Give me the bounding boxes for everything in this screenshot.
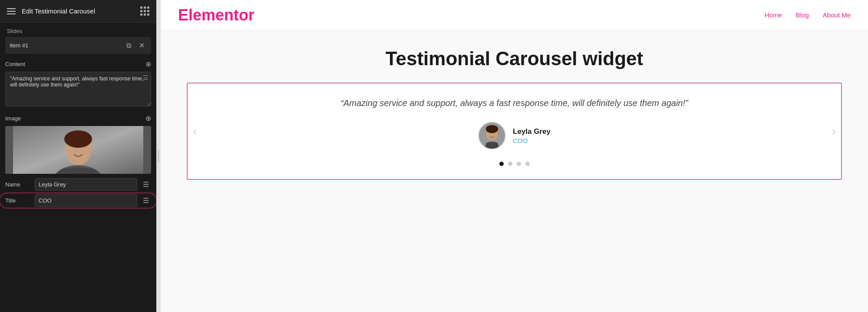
- carousel-prev-button[interactable]: ‹: [189, 123, 200, 140]
- testimonial-author: Leyla Grey COO: [196, 122, 832, 149]
- textarea-wrapper: ☰: [5, 72, 151, 108]
- site-logo: Elementor: [178, 6, 254, 24]
- author-title: COO: [513, 137, 551, 144]
- avatar-svg: [479, 123, 505, 149]
- remove-button[interactable]: ✕: [137, 40, 147, 50]
- carousel-dot-2[interactable]: [508, 162, 512, 166]
- left-panel: Edit Testimonial Carousel Slides Item #1…: [0, 0, 156, 312]
- slide-item-row[interactable]: Item #1 ⧉ ✕: [5, 37, 151, 54]
- author-info: Leyla Grey COO: [513, 127, 551, 144]
- carousel-next-button[interactable]: ›: [828, 123, 839, 140]
- right-panel: Elementor Home Blog About Me Testimonial…: [161, 0, 868, 312]
- nav-blog[interactable]: Blog: [796, 11, 809, 19]
- author-avatar: [478, 122, 506, 149]
- arrange-icon[interactable]: ⊕: [145, 60, 151, 68]
- panel-body: Slides Item #1 ⧉ ✕ Content ⊕ ☰ Image ⊕: [0, 23, 156, 312]
- nav-about-me[interactable]: About Me: [823, 11, 851, 19]
- name-label: Name: [5, 181, 31, 188]
- author-name: Leyla Grey: [513, 127, 551, 136]
- carousel-dots: [196, 162, 832, 166]
- apps-grid-icon[interactable]: [140, 7, 149, 16]
- nav-links: Home Blog About Me: [765, 11, 851, 19]
- carousel-dot-1[interactable]: [499, 162, 504, 166]
- carousel-widget: ‹ › “Amazing service and support, always…: [187, 83, 842, 180]
- name-stack-icon-btn[interactable]: ☰: [141, 179, 151, 189]
- duplicate-button[interactable]: ⧉: [124, 41, 133, 50]
- panel-header-left: Edit Testimonial Carousel: [7, 7, 95, 15]
- svg-point-8: [486, 125, 498, 133]
- name-input[interactable]: [35, 178, 137, 191]
- testimonial-quote: “Amazing service and support, always a f…: [222, 96, 806, 110]
- image-label: Image: [5, 115, 21, 122]
- stack-icon: ☰: [143, 74, 149, 81]
- panel-header: Edit Testimonial Carousel: [0, 0, 156, 23]
- hamburger-icon[interactable]: [7, 8, 16, 14]
- page-heading: Testimonial Carousel widget: [187, 48, 842, 70]
- slide-item-label: Item #1: [10, 42, 121, 49]
- panel-title: Edit Testimonial Carousel: [22, 7, 95, 15]
- name-field-row: Name ☰: [5, 178, 151, 191]
- main-content: Testimonial Carousel widget ‹ › “Amazing…: [161, 30, 868, 312]
- title-stack-icon-btn[interactable]: ☰: [141, 196, 151, 206]
- resize-handle[interactable]: [156, 0, 161, 312]
- slides-label: Slides: [0, 23, 156, 37]
- title-input[interactable]: [35, 194, 137, 207]
- image-arrange-icon[interactable]: ⊕: [145, 114, 151, 123]
- title-field-row: Title ☰: [5, 194, 151, 207]
- content-header: Content ⊕: [5, 60, 151, 68]
- testimonial-textarea[interactable]: [5, 72, 151, 106]
- content-header-label: Content: [5, 61, 25, 67]
- image-header: Image ⊕: [5, 114, 151, 123]
- person-image-svg: [5, 126, 151, 174]
- content-section: Content ⊕ ☰: [0, 56, 156, 113]
- title-label: Title: [5, 197, 31, 204]
- carousel-dot-4[interactable]: [525, 162, 530, 166]
- image-preview[interactable]: [5, 126, 151, 174]
- top-nav: Elementor Home Blog About Me: [161, 0, 868, 30]
- nav-home[interactable]: Home: [765, 11, 782, 19]
- carousel-dot-3[interactable]: [517, 162, 521, 166]
- svg-point-4: [64, 130, 92, 148]
- image-section: Image ⊕: [0, 113, 156, 178]
